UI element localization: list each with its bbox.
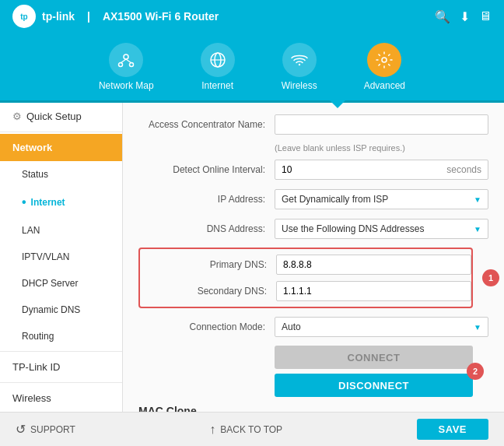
connection-mode-select[interactable]: Auto ▼: [275, 317, 488, 337]
disconnect-button[interactable]: DISCONNECT: [275, 374, 473, 397]
connection-mode-select-text: Auto: [282, 321, 301, 332]
svg-line-3: [121, 59, 126, 63]
nav-advanced-label: Advanced: [364, 80, 405, 91]
detect-interval-input[interactable]: [275, 164, 440, 175]
header-icons: 🔍 ⬇ 🖥: [435, 9, 492, 24]
connection-mode-row: Connection Mode: Auto ▼: [138, 316, 488, 338]
svg-point-9: [382, 58, 387, 62]
nav-wireless-icon: [282, 43, 317, 77]
ip-address-select-text: Get Dynamically from ISP: [282, 194, 388, 205]
nav-internet-icon: [201, 43, 235, 77]
access-concentrator-input[interactable]: [275, 114, 488, 135]
connection-mode-dropdown-icon: ▼: [474, 323, 481, 332]
ip-address-label: IP Address:: [138, 194, 275, 205]
secondary-dns-value: [276, 281, 471, 301]
ip-address-value: Get Dynamically from ISP ▼: [275, 189, 488, 209]
secondary-dns-row: Secondary DNS:: [140, 280, 471, 302]
support-label: SUPPORT: [30, 424, 75, 435]
sidebar: ⚙ Quick Setup Network Status • Internet …: [0, 103, 123, 412]
monitor-icon[interactable]: 🖥: [479, 9, 492, 23]
secondary-dns-label: Secondary DNS:: [140, 286, 276, 297]
logo-icon: tp: [12, 5, 36, 28]
detect-interval-value: seconds: [275, 160, 488, 180]
sidebar-label-routing: Routing: [22, 331, 54, 342]
dot-icon: •: [22, 195, 26, 209]
nav-arrow: [330, 100, 345, 108]
sidebar-item-dynamic-dns[interactable]: Dynamic DNS: [0, 297, 122, 323]
nav-advanced-icon: [367, 43, 401, 77]
dns-address-row: DNS Address: Use the Following DNS Addre…: [138, 218, 488, 240]
header: tp tp-link | AX1500 Wi-Fi 6 Router 🔍 ⬇ 🖥: [0, 0, 504, 33]
secondary-dns-input[interactable]: [276, 281, 471, 301]
sidebar-item-iptv-vlan[interactable]: IPTV/VLAN: [0, 244, 122, 270]
sidebar-label-internet: Internet: [31, 197, 65, 208]
access-concentrator-hint: (Leave blank unless ISP requires.): [275, 143, 488, 153]
header-divider: |: [87, 10, 90, 23]
svg-line-4: [126, 59, 131, 63]
sidebar-item-wireless[interactable]: Wireless: [0, 385, 122, 412]
sidebar-label-tp-link-id: TP-Link ID: [12, 361, 60, 373]
back-to-top-label: BACK TO TOP: [220, 424, 282, 435]
sidebar-item-network[interactable]: Network: [0, 134, 122, 161]
disconnect-badge: 2: [467, 363, 484, 380]
dns-badge: 1: [482, 269, 499, 286]
ip-address-select[interactable]: Get Dynamically from ISP ▼: [275, 189, 488, 209]
sidebar-label-dynamic-dns: Dynamic DNS: [22, 304, 80, 315]
content: Access Concentrator Name: (Leave blank u…: [123, 103, 504, 412]
dns-address-dropdown-icon: ▼: [474, 225, 481, 234]
nav-network-map-label: Network Map: [99, 80, 154, 91]
logo: tp tp-link | AX1500 Wi-Fi 6 Router: [12, 5, 219, 28]
sidebar-item-quick-setup[interactable]: ⚙ Quick Setup: [0, 103, 122, 130]
dns-highlight-box: Primary DNS: Secondary DNS:: [138, 248, 473, 308]
connect-button[interactable]: CONNECT: [275, 346, 473, 369]
primary-dns-value: [276, 255, 471, 275]
detect-interval-row: Detect Online Interval: seconds: [138, 159, 488, 181]
sidebar-item-routing[interactable]: Routing: [0, 323, 122, 349]
dns-address-label: DNS Address:: [138, 223, 275, 234]
nav-network-map[interactable]: Network Map: [99, 43, 154, 91]
primary-dns-input[interactable]: [276, 255, 471, 275]
header-title: AX1500 Wi-Fi 6 Router: [103, 10, 219, 23]
sidebar-label-dhcp-server: DHCP Server: [22, 278, 78, 289]
logo-text: tp-link: [42, 10, 75, 23]
sidebar-item-internet[interactable]: • Internet: [0, 188, 122, 217]
nav-wireless[interactable]: Wireless: [282, 43, 317, 91]
nav-wireless-label: Wireless: [282, 80, 317, 91]
sidebar-sep-2: [0, 351, 122, 352]
btn-row: CONNECT DISCONNECT: [138, 346, 473, 397]
save-button[interactable]: SAVE: [417, 419, 488, 440]
support-link[interactable]: ↺ SUPPORT: [16, 422, 75, 437]
back-to-top-link[interactable]: ↑ BACK TO TOP: [209, 423, 282, 437]
dns-address-select[interactable]: Use the Following DNS Addresses ▼: [275, 219, 488, 239]
main: ⚙ Quick Setup Network Status • Internet …: [0, 103, 504, 412]
support-icon: ↺: [16, 422, 26, 437]
access-concentrator-row: Access Concentrator Name:: [138, 114, 488, 135]
download-icon[interactable]: ⬇: [460, 9, 470, 24]
sidebar-sep-1: [0, 132, 122, 132]
sidebar-label-status: Status: [22, 169, 48, 180]
dns-address-value: Use the Following DNS Addresses ▼: [275, 219, 488, 239]
connection-mode-label: Connection Mode:: [138, 321, 275, 332]
sidebar-sep-3: [0, 382, 122, 383]
detect-interval-input-wrap: seconds: [275, 160, 488, 180]
sidebar-label-iptv-vlan: IPTV/VLAN: [22, 251, 69, 262]
primary-dns-label: Primary DNS:: [140, 259, 276, 270]
nav-internet[interactable]: Internet: [201, 43, 235, 91]
sidebar-item-dhcp-server[interactable]: DHCP Server: [0, 270, 122, 297]
access-concentrator-label: Access Concentrator Name:: [138, 119, 275, 130]
back-to-top-icon: ↑: [209, 423, 215, 437]
sidebar-item-status[interactable]: Status: [0, 161, 122, 188]
ip-address-row: IP Address: Get Dynamically from ISP ▼: [138, 188, 488, 210]
primary-dns-row: Primary DNS:: [140, 254, 471, 276]
svg-point-8: [298, 63, 299, 65]
sidebar-item-lan[interactable]: LAN: [0, 217, 122, 244]
gear-icon: ⚙: [12, 111, 22, 122]
sidebar-item-tp-link-id[interactable]: TP-Link ID: [0, 353, 122, 381]
svg-point-1: [119, 62, 123, 66]
dns-address-select-text: Use the Following DNS Addresses: [282, 223, 424, 234]
nav-network-map-icon: [109, 43, 143, 77]
buttons-container: CONNECT DISCONNECT 2: [138, 346, 488, 397]
nav-advanced[interactable]: Advanced: [364, 43, 405, 91]
sidebar-label-lan: LAN: [22, 225, 40, 236]
search-icon[interactable]: 🔍: [435, 9, 450, 24]
